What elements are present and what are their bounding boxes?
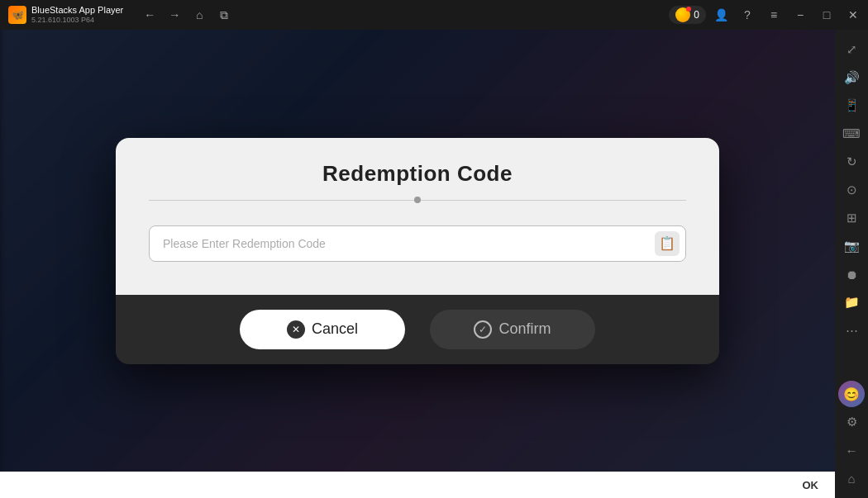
dialog-bottom: ✕ Cancel ✓ Confirm	[116, 295, 719, 364]
coin-icon	[675, 7, 690, 22]
redemption-dialog: Redemption Code 📋 ✕ Cancel ✓ Confirm	[116, 138, 719, 364]
sidebar-files-button[interactable]: 📁	[838, 289, 865, 315]
cancel-label: Cancel	[312, 320, 358, 338]
help-button[interactable]: ?	[736, 3, 759, 26]
close-button[interactable]: ✕	[842, 3, 865, 26]
back-nav-button[interactable]: ←	[838, 437, 865, 463]
input-wrap: 📋	[149, 225, 686, 262]
confirm-label: Confirm	[498, 320, 551, 338]
cancel-button[interactable]: ✕ Cancel	[240, 310, 405, 349]
app-name: BlueStacks App Player	[31, 5, 123, 15]
titlebar: 🦋 BlueStacks App Player 5.21.610.1003 P6…	[0, 0, 868, 30]
bottom-bar: OK	[0, 472, 835, 498]
sidebar-fps-button[interactable]: ⊙	[838, 177, 865, 203]
sidebar-screenshot-button[interactable]: 📷	[838, 233, 865, 259]
paste-button[interactable]: 📋	[655, 231, 680, 256]
coin-badge[interactable]: 0	[669, 6, 706, 24]
sidebar-rotate-button[interactable]: ↻	[838, 149, 865, 175]
sidebar-macro-button[interactable]: ⊞	[838, 205, 865, 231]
multi-button[interactable]: ⧉	[212, 3, 236, 26]
sidebar-expand-button[interactable]: ⤢	[838, 36, 865, 63]
ok-button[interactable]: OK	[796, 477, 826, 493]
dialog-divider	[149, 200, 686, 201]
dialog-top: Redemption Code 📋	[116, 138, 719, 295]
avatar-button[interactable]: 😊	[838, 381, 865, 407]
cancel-icon: ✕	[287, 320, 305, 339]
sidebar-volume-button[interactable]: 🔊	[838, 64, 865, 91]
back-button[interactable]: ←	[138, 3, 161, 26]
sidebar-screen-button[interactable]: 📱	[838, 92, 865, 119]
sidebar-record-button[interactable]: ⏺	[838, 261, 865, 287]
divider-dot	[414, 197, 421, 203]
confirm-button[interactable]: ✓ Confirm	[430, 310, 595, 349]
redemption-code-input[interactable]	[149, 225, 686, 262]
menu-button[interactable]: ≡	[762, 3, 785, 26]
settings-button[interactable]: ⚙	[838, 409, 865, 435]
titlebar-right: 0 👤 ? ≡ − □ ✕	[669, 3, 868, 26]
forward-button[interactable]: →	[163, 3, 186, 26]
minimize-button[interactable]: −	[789, 3, 812, 26]
coin-count: 0	[694, 9, 699, 21]
home-nav-button[interactable]: ⌂	[838, 465, 865, 491]
app-logo: 🦋 BlueStacks App Player 5.21.610.1003 P6…	[0, 5, 131, 25]
home-button[interactable]: ⌂	[188, 3, 211, 26]
right-sidebar: ⤢ 🔊 📱 ⌨ ↻ ⊙ ⊞ 📷 ⏺ 📁 ⋯ 😊 ⚙ ← ⌂	[835, 30, 868, 498]
sidebar-more-button[interactable]: ⋯	[838, 317, 865, 344]
main-area: Redemption Code 📋 ✕ Cancel ✓ Confirm	[0, 30, 835, 472]
logo-icon: 🦋	[8, 6, 26, 24]
dialog-title: Redemption Code	[149, 161, 686, 187]
coin-notification-dot	[686, 7, 691, 12]
account-button[interactable]: 👤	[709, 3, 732, 26]
maximize-button[interactable]: □	[815, 3, 838, 26]
titlebar-nav: ← → ⌂ ⧉	[131, 3, 242, 26]
sidebar-keyboard-button[interactable]: ⌨	[838, 121, 865, 147]
confirm-icon: ✓	[474, 320, 492, 339]
app-version: 5.21.610.1003 P64	[31, 16, 123, 25]
